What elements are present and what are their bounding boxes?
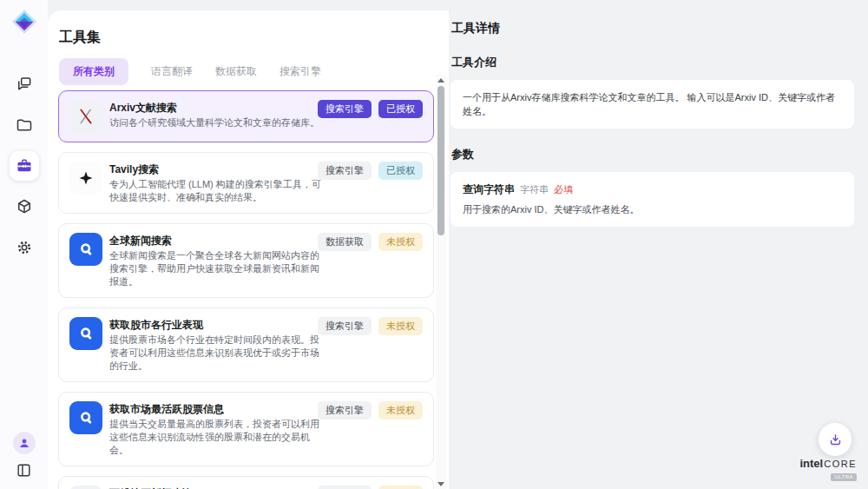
- scroll-down-arrow[interactable]: [436, 479, 446, 489]
- intel-core-logo: intel core Ultra: [799, 459, 857, 481]
- category-badge: 搜索引擎: [318, 401, 372, 420]
- category-tabs: 所有类别 语言翻译 数据获取 搜索引擎: [59, 58, 449, 85]
- stock-search-q-icon: [69, 317, 102, 350]
- news-search-q-icon: [69, 233, 102, 266]
- tool-description: 全球新闻搜索是一个聚合全球各大新闻网站内容的搜索引擎，帮助用户快速获取全球最新资…: [109, 249, 328, 288]
- sidebar: [0, 0, 48, 489]
- scrollbar-thumb[interactable]: [437, 86, 444, 235]
- cube-icon: [16, 198, 33, 215]
- category-badge: 搜索引擎: [318, 162, 372, 180]
- tool-title: Arxiv文献搜索: [109, 101, 328, 115]
- tool-card-stock-sectors[interactable]: 获取股市各行业表现 提供股票市场各个行业在特定时间段内的表现。投资者可以利用这些…: [58, 307, 434, 382]
- tool-description: 专为人工智能代理 (LLM) 构建的搜索引擎工具，可快速提供实时、准确和真实的结…: [109, 178, 328, 204]
- intro-text: 一个用于从Arxiv存储库搜索科学论文和文章的工具。 输入可以是Arxiv ID…: [463, 90, 842, 118]
- sidebar-item-tools[interactable]: [10, 151, 39, 181]
- auth-status-badge: 已授权: [378, 100, 423, 118]
- gear-icon: [16, 239, 33, 256]
- folder-icon: [16, 116, 33, 134]
- collapse-panel-icon[interactable]: [16, 462, 32, 479]
- page-title: 工具集: [59, 29, 449, 47]
- tool-detail-panel: 工具详情 工具介绍 一个用于从Arxiv存储库搜索科学论文和文章的工具。 输入可…: [449, 0, 868, 489]
- detail-title: 工具详情: [451, 21, 868, 36]
- download-button[interactable]: [819, 423, 852, 456]
- sidebar-item-chat[interactable]: [10, 69, 39, 99]
- sidebar-item-files[interactable]: [10, 110, 39, 140]
- newspaper-icon: [69, 486, 102, 489]
- ultra-badge: Ultra: [831, 473, 857, 481]
- intro-box: 一个用于从Arxiv存储库搜索科学论文和文章的工具。 输入可以是Arxiv ID…: [450, 80, 854, 129]
- tool-list-panel: 工具集 所有类别 语言翻译 数据获取 搜索引擎 Arxiv文献搜索 访问: [48, 10, 449, 489]
- tool-card-active-stocks[interactable]: 获取市场最活跃股票信息 提供当天交易量最高的股票列表，投资者可以利用这些信息来识…: [58, 392, 434, 466]
- download-icon: [828, 433, 843, 447]
- tool-title: Tavily搜索: [109, 162, 328, 176]
- tool-description: 提供当天交易量最高的股票列表，投资者可以利用这些信息来识别流动性强的股票和潜在的…: [109, 418, 328, 457]
- intro-heading: 工具介绍: [451, 55, 868, 70]
- chat-icon: [16, 76, 33, 93]
- param-box: 查询字符串 字符串 必填 用于搜索的Arxiv ID、关键字或作者姓名。: [450, 172, 854, 227]
- arxiv-logo-icon: [69, 100, 102, 133]
- core-wordmark: core: [824, 459, 857, 469]
- tab-search-engine[interactable]: 搜索引擎: [279, 58, 321, 85]
- category-badge: 数据获取: [318, 233, 372, 251]
- auth-status-badge: 未授权: [378, 233, 423, 251]
- toolbox-icon: [16, 157, 33, 175]
- intel-wordmark: intel: [799, 459, 823, 469]
- sidebar-nav: [10, 69, 39, 262]
- sidebar-item-models[interactable]: [10, 192, 39, 221]
- tool-description: 访问各个研究领域大量科学论文和文章的存储库。: [109, 116, 328, 129]
- param-description: 用于搜索的Arxiv ID、关键字或作者姓名。: [463, 203, 842, 216]
- scrollbar[interactable]: [436, 75, 446, 489]
- tool-card-tavily[interactable]: Tavily搜索 专为人工智能代理 (LLM) 构建的搜索引擎工具，可快速提供实…: [58, 152, 434, 214]
- category-badge: 搜索引擎: [318, 317, 372, 335]
- tool-description: 提供股票市场各个行业在特定时间段内的表现。投资者可以利用这些信息来识别表现优于或…: [109, 334, 328, 373]
- param-required-flag: 必填: [554, 183, 573, 196]
- stock-search-q-icon: [69, 401, 102, 434]
- tool-card-regional-news[interactable]: 万维地区新闻查询 查询具体行政区划内的新闻，快速了解各地新闻动 搜索引擎 未授权: [58, 476, 434, 489]
- sidebar-item-settings[interactable]: [10, 233, 39, 262]
- tool-card-list: Arxiv文献搜索 访问各个研究领域大量科学论文和文章的存储库。 搜索引擎 已授…: [48, 90, 449, 489]
- auth-status-badge: 已授权: [378, 162, 423, 180]
- app-window: 工具集 所有类别 语言翻译 数据获取 搜索引擎 Arxiv文献搜索 访问: [0, 0, 868, 489]
- tab-language-translation[interactable]: 语言翻译: [151, 58, 193, 85]
- scroll-up-arrow[interactable]: [436, 75, 446, 85]
- param-type: 字符串: [520, 183, 549, 196]
- auth-status-badge: 未授权: [378, 317, 423, 335]
- app-logo-icon[interactable]: [11, 9, 37, 35]
- tab-all-categories[interactable]: 所有类别: [59, 58, 128, 85]
- tool-card-global-news[interactable]: 全球新闻搜索 全球新闻搜索是一个聚合全球各大新闻网站内容的搜索引擎，帮助用户快速…: [58, 223, 434, 298]
- category-badge: 搜索引擎: [318, 486, 372, 489]
- category-badge: 搜索引擎: [318, 100, 372, 118]
- tool-title: 获取市场最活跃股票信息: [109, 402, 328, 416]
- user-avatar[interactable]: [13, 432, 36, 454]
- params-heading: 参数: [451, 147, 868, 162]
- auth-status-badge: 未授权: [378, 486, 423, 489]
- param-name: 查询字符串: [463, 182, 515, 197]
- tab-data-acquisition[interactable]: 数据获取: [215, 58, 257, 85]
- tool-title: 获取股市各行业表现: [109, 318, 328, 332]
- tool-title: 全球新闻搜索: [109, 234, 328, 248]
- sidebar-bottom: [13, 432, 36, 479]
- auth-status-badge: 未授权: [378, 401, 423, 420]
- tool-card-arxiv[interactable]: Arxiv文献搜索 访问各个研究领域大量科学论文和文章的存储库。 搜索引擎 已授…: [58, 90, 434, 142]
- tavily-star-icon: [69, 162, 102, 195]
